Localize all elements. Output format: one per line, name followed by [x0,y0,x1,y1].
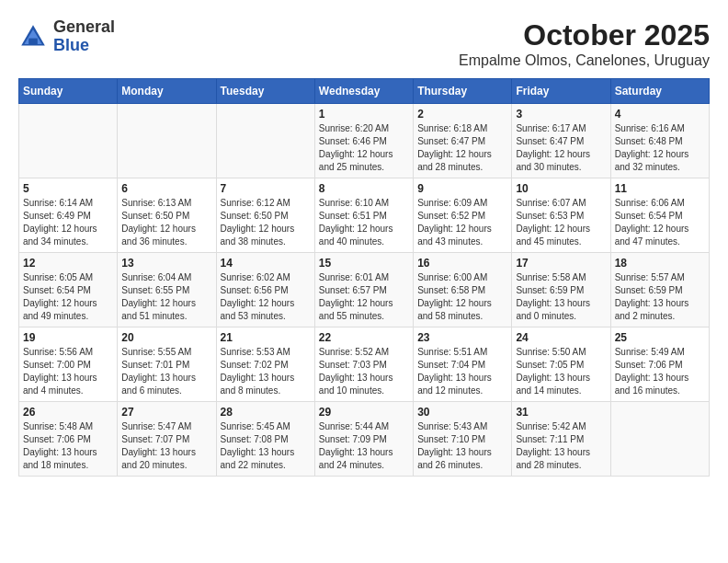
day-number: 7 [221,182,311,195]
calendar-cell: 26Sunrise: 5:48 AM Sunset: 7:06 PM Dayli… [19,402,118,477]
day-info: Sunrise: 6:20 AM Sunset: 6:46 PM Dayligh… [319,122,409,174]
day-number: 31 [516,406,606,419]
calendar-cell: 29Sunrise: 5:44 AM Sunset: 7:09 PM Dayli… [314,402,413,477]
day-number: 27 [121,406,211,419]
day-info: Sunrise: 6:04 AM Sunset: 6:55 PM Dayligh… [121,271,211,323]
day-number: 13 [121,257,211,270]
day-number: 17 [516,257,606,270]
day-number: 16 [417,257,507,270]
calendar-cell: 31Sunrise: 5:42 AM Sunset: 7:11 PM Dayli… [512,402,610,477]
day-info: Sunrise: 5:56 AM Sunset: 7:00 PM Dayligh… [23,346,113,397]
day-info: Sunrise: 5:58 AM Sunset: 6:59 PM Dayligh… [516,271,606,323]
day-info: Sunrise: 5:51 AM Sunset: 7:04 PM Dayligh… [417,346,507,397]
day-number: 26 [23,406,113,419]
day-number: 1 [319,108,409,121]
calendar-cell: 21Sunrise: 5:53 AM Sunset: 7:02 PM Dayli… [216,327,314,402]
day-number: 20 [121,331,211,344]
day-header-friday: Friday [512,79,610,104]
calendar-cell: 16Sunrise: 6:00 AM Sunset: 6:58 PM Dayli… [414,253,512,327]
day-header-saturday: Saturday [610,79,709,104]
day-header-tuesday: Tuesday [216,79,314,104]
logo-icon [18,22,48,52]
day-number: 8 [319,182,409,195]
day-info: Sunrise: 6:02 AM Sunset: 6:56 PM Dayligh… [221,271,311,323]
day-info: Sunrise: 6:01 AM Sunset: 6:57 PM Dayligh… [319,271,409,323]
page-subtitle: Empalme Olmos, Canelones, Uruguay [459,52,710,69]
day-number: 2 [417,108,507,121]
day-info: Sunrise: 6:06 AM Sunset: 6:54 PM Dayligh… [615,197,705,248]
day-info: Sunrise: 5:47 AM Sunset: 7:07 PM Dayligh… [121,420,211,472]
day-info: Sunrise: 5:48 AM Sunset: 7:06 PM Dayligh… [23,420,113,472]
calendar-cell: 14Sunrise: 6:02 AM Sunset: 6:56 PM Dayli… [216,253,314,327]
calendar-cell: 6Sunrise: 6:13 AM Sunset: 6:50 PM Daylig… [118,178,216,253]
day-info: Sunrise: 5:57 AM Sunset: 6:59 PM Dayligh… [615,271,705,323]
day-header-sunday: Sunday [19,79,118,104]
day-number: 11 [615,182,705,195]
week-row-5: 26Sunrise: 5:48 AM Sunset: 7:06 PM Dayli… [19,402,710,477]
calendar-cell: 30Sunrise: 5:43 AM Sunset: 7:10 PM Dayli… [414,402,512,477]
day-number: 28 [221,406,311,419]
day-info: Sunrise: 6:10 AM Sunset: 6:51 PM Dayligh… [319,197,409,248]
title-block: October 2025 Empalme Olmos, Canelones, U… [459,18,710,69]
day-number: 22 [319,331,409,344]
day-info: Sunrise: 5:53 AM Sunset: 7:02 PM Dayligh… [221,346,311,397]
day-number: 29 [319,406,409,419]
logo-general: General [53,17,115,36]
calendar-cell: 27Sunrise: 5:47 AM Sunset: 7:07 PM Dayli… [118,402,216,477]
calendar-cell: 28Sunrise: 5:45 AM Sunset: 7:08 PM Dayli… [216,402,314,477]
day-info: Sunrise: 6:07 AM Sunset: 6:53 PM Dayligh… [516,197,606,248]
day-info: Sunrise: 6:13 AM Sunset: 6:50 PM Dayligh… [121,197,211,248]
day-info: Sunrise: 5:42 AM Sunset: 7:11 PM Dayligh… [516,420,606,472]
calendar-cell: 13Sunrise: 6:04 AM Sunset: 6:55 PM Dayli… [118,253,216,327]
day-info: Sunrise: 5:50 AM Sunset: 7:05 PM Dayligh… [516,346,606,397]
day-number: 18 [615,257,705,270]
week-row-4: 19Sunrise: 5:56 AM Sunset: 7:00 PM Dayli… [19,327,710,402]
logo-blue: Blue [53,36,89,54]
day-number: 24 [516,331,606,344]
calendar-cell [216,104,314,178]
day-info: Sunrise: 5:55 AM Sunset: 7:01 PM Dayligh… [121,346,211,397]
day-number: 21 [221,331,311,344]
days-header-row: SundayMondayTuesdayWednesdayThursdayFrid… [19,79,710,104]
calendar-cell [610,402,709,477]
week-row-3: 12Sunrise: 6:05 AM Sunset: 6:54 PM Dayli… [19,253,710,327]
calendar-cell: 10Sunrise: 6:07 AM Sunset: 6:53 PM Dayli… [512,178,610,253]
calendar-cell: 1Sunrise: 6:20 AM Sunset: 6:46 PM Daylig… [314,104,413,178]
day-number: 14 [221,257,311,270]
day-number: 9 [417,182,507,195]
week-row-2: 5Sunrise: 6:14 AM Sunset: 6:49 PM Daylig… [19,178,710,253]
day-info: Sunrise: 6:09 AM Sunset: 6:52 PM Dayligh… [417,197,507,248]
calendar-cell: 8Sunrise: 6:10 AM Sunset: 6:51 PM Daylig… [314,178,413,253]
day-number: 4 [615,108,705,121]
day-number: 5 [23,182,113,195]
day-info: Sunrise: 6:17 AM Sunset: 6:47 PM Dayligh… [516,122,606,174]
calendar-cell: 5Sunrise: 6:14 AM Sunset: 6:49 PM Daylig… [19,178,118,253]
day-info: Sunrise: 5:49 AM Sunset: 7:06 PM Dayligh… [615,346,705,397]
svg-rect-2 [28,38,38,43]
day-number: 15 [319,257,409,270]
day-number: 25 [615,331,705,344]
calendar-cell: 7Sunrise: 6:12 AM Sunset: 6:50 PM Daylig… [216,178,314,253]
week-row-1: 1Sunrise: 6:20 AM Sunset: 6:46 PM Daylig… [19,104,710,178]
calendar-cell: 25Sunrise: 5:49 AM Sunset: 7:06 PM Dayli… [610,327,709,402]
calendar-cell: 18Sunrise: 5:57 AM Sunset: 6:59 PM Dayli… [610,253,709,327]
calendar-cell: 17Sunrise: 5:58 AM Sunset: 6:59 PM Dayli… [512,253,610,327]
calendar-cell: 4Sunrise: 6:16 AM Sunset: 6:48 PM Daylig… [610,104,709,178]
calendar-cell: 19Sunrise: 5:56 AM Sunset: 7:00 PM Dayli… [19,327,118,402]
calendar-table: SundayMondayTuesdayWednesdayThursdayFrid… [18,78,710,477]
day-info: Sunrise: 5:52 AM Sunset: 7:03 PM Dayligh… [319,346,409,397]
calendar-cell: 3Sunrise: 6:17 AM Sunset: 6:47 PM Daylig… [512,104,610,178]
calendar-cell: 22Sunrise: 5:52 AM Sunset: 7:03 PM Dayli… [314,327,413,402]
day-number: 3 [516,108,606,121]
calendar-cell: 9Sunrise: 6:09 AM Sunset: 6:52 PM Daylig… [414,178,512,253]
calendar-cell: 24Sunrise: 5:50 AM Sunset: 7:05 PM Dayli… [512,327,610,402]
day-number: 23 [417,331,507,344]
calendar-cell: 23Sunrise: 5:51 AM Sunset: 7:04 PM Dayli… [414,327,512,402]
calendar-cell: 20Sunrise: 5:55 AM Sunset: 7:01 PM Dayli… [118,327,216,402]
day-info: Sunrise: 6:05 AM Sunset: 6:54 PM Dayligh… [23,271,113,323]
day-info: Sunrise: 5:45 AM Sunset: 7:08 PM Dayligh… [221,420,311,472]
page-title: October 2025 [459,18,710,52]
logo: General Blue [18,18,115,55]
day-info: Sunrise: 6:16 AM Sunset: 6:48 PM Dayligh… [615,122,705,174]
day-info: Sunrise: 6:12 AM Sunset: 6:50 PM Dayligh… [221,197,311,248]
